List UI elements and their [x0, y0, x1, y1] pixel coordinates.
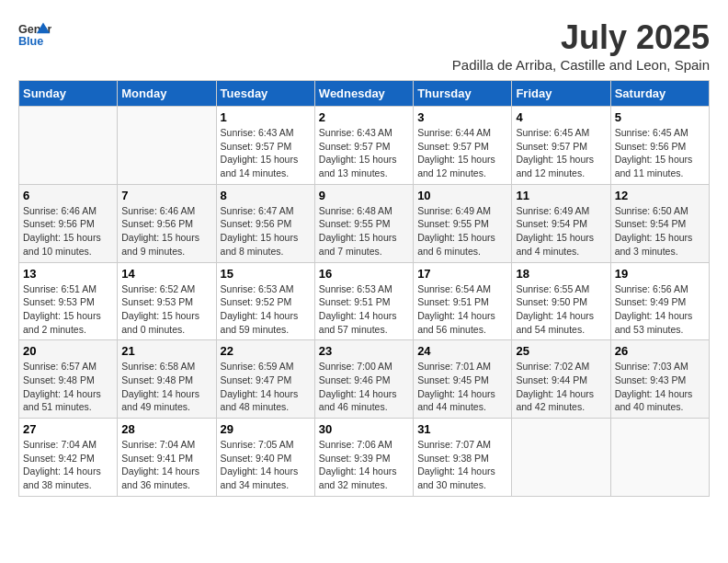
day-number: 16	[319, 267, 409, 281]
calendar-day-cell: 18Sunrise: 6:55 AM Sunset: 9:50 PM Dayli…	[512, 262, 610, 340]
calendar-day-cell: 19Sunrise: 6:56 AM Sunset: 9:49 PM Dayli…	[610, 262, 709, 340]
calendar-day-cell	[512, 419, 610, 497]
day-number: 27	[23, 422, 113, 436]
calendar-day-cell: 6Sunrise: 6:46 AM Sunset: 9:56 PM Daylig…	[19, 184, 118, 262]
calendar-day-cell	[19, 107, 118, 185]
calendar-table: SundayMondayTuesdayWednesdayThursdayFrid…	[18, 80, 710, 497]
calendar-day-cell: 27Sunrise: 7:04 AM Sunset: 9:42 PM Dayli…	[19, 419, 118, 497]
page-header: General Blue July 2025 Padilla de Arriba…	[18, 18, 710, 73]
day-number: 18	[516, 267, 606, 281]
day-info: Sunrise: 6:48 AM Sunset: 9:55 PM Dayligh…	[319, 204, 409, 259]
day-number: 31	[417, 422, 507, 436]
calendar-day-cell: 20Sunrise: 6:57 AM Sunset: 9:48 PM Dayli…	[19, 340, 118, 419]
calendar-day-cell: 9Sunrise: 6:48 AM Sunset: 9:55 PM Daylig…	[314, 184, 413, 262]
title-area: July 2025 Padilla de Arriba, Castille an…	[452, 18, 710, 73]
calendar-day-cell: 15Sunrise: 6:53 AM Sunset: 9:52 PM Dayli…	[216, 262, 314, 340]
day-number: 26	[615, 344, 705, 358]
calendar-day-header: Saturday	[610, 81, 709, 107]
calendar-day-cell: 5Sunrise: 6:45 AM Sunset: 9:56 PM Daylig…	[610, 107, 709, 185]
day-info: Sunrise: 6:45 AM Sunset: 9:56 PM Dayligh…	[615, 126, 705, 180]
day-info: Sunrise: 6:49 AM Sunset: 9:54 PM Dayligh…	[516, 204, 606, 259]
day-number: 25	[516, 344, 606, 358]
calendar-day-cell: 2Sunrise: 6:43 AM Sunset: 9:57 PM Daylig…	[314, 107, 413, 185]
day-info: Sunrise: 6:43 AM Sunset: 9:57 PM Dayligh…	[221, 126, 311, 180]
day-info: Sunrise: 7:02 AM Sunset: 9:44 PM Dayligh…	[516, 360, 606, 414]
calendar-week-row: 13Sunrise: 6:51 AM Sunset: 9:53 PM Dayli…	[19, 262, 710, 340]
calendar-day-cell: 11Sunrise: 6:49 AM Sunset: 9:54 PM Dayli…	[512, 184, 610, 262]
calendar-week-row: 6Sunrise: 6:46 AM Sunset: 9:56 PM Daylig…	[19, 184, 710, 262]
calendar-day-cell: 7Sunrise: 6:46 AM Sunset: 9:56 PM Daylig…	[118, 184, 216, 262]
calendar-day-header: Monday	[118, 81, 216, 107]
day-info: Sunrise: 7:07 AM Sunset: 9:38 PM Dayligh…	[417, 438, 507, 492]
day-number: 3	[417, 110, 507, 124]
day-number: 8	[221, 189, 311, 202]
day-number: 22	[221, 344, 311, 358]
day-info: Sunrise: 7:00 AM Sunset: 9:46 PM Dayligh…	[319, 360, 409, 414]
day-number: 9	[319, 189, 409, 202]
day-info: Sunrise: 6:46 AM Sunset: 9:56 PM Dayligh…	[121, 204, 211, 259]
calendar-day-cell: 31Sunrise: 7:07 AM Sunset: 9:38 PM Dayli…	[414, 419, 512, 497]
day-number: 20	[23, 344, 113, 358]
calendar-day-cell: 12Sunrise: 6:50 AM Sunset: 9:54 PM Dayli…	[610, 184, 709, 262]
calendar-day-header: Sunday	[19, 81, 118, 107]
day-info: Sunrise: 6:47 AM Sunset: 9:56 PM Dayligh…	[221, 204, 311, 259]
day-info: Sunrise: 6:50 AM Sunset: 9:54 PM Dayligh…	[615, 204, 705, 259]
calendar-day-cell: 28Sunrise: 7:04 AM Sunset: 9:41 PM Dayli…	[118, 419, 216, 497]
logo-icon: General Blue	[18, 18, 51, 52]
day-info: Sunrise: 6:45 AM Sunset: 9:57 PM Dayligh…	[516, 126, 606, 180]
calendar-day-cell: 1Sunrise: 6:43 AM Sunset: 9:57 PM Daylig…	[216, 107, 314, 185]
day-info: Sunrise: 7:03 AM Sunset: 9:43 PM Dayligh…	[615, 360, 705, 414]
calendar-day-cell: 4Sunrise: 6:45 AM Sunset: 9:57 PM Daylig…	[512, 107, 610, 185]
calendar-day-cell: 21Sunrise: 6:58 AM Sunset: 9:48 PM Dayli…	[118, 340, 216, 419]
day-number: 1	[221, 110, 311, 124]
calendar-week-row: 27Sunrise: 7:04 AM Sunset: 9:42 PM Dayli…	[19, 419, 710, 497]
day-info: Sunrise: 6:56 AM Sunset: 9:49 PM Dayligh…	[615, 282, 705, 337]
day-info: Sunrise: 6:55 AM Sunset: 9:50 PM Dayligh…	[516, 282, 606, 337]
calendar-day-cell: 3Sunrise: 6:44 AM Sunset: 9:57 PM Daylig…	[414, 107, 512, 185]
calendar-week-row: 1Sunrise: 6:43 AM Sunset: 9:57 PM Daylig…	[19, 107, 710, 185]
calendar-day-cell: 25Sunrise: 7:02 AM Sunset: 9:44 PM Dayli…	[512, 340, 610, 419]
day-number: 7	[121, 189, 211, 202]
calendar-day-cell: 16Sunrise: 6:53 AM Sunset: 9:51 PM Dayli…	[314, 262, 413, 340]
day-info: Sunrise: 6:59 AM Sunset: 9:47 PM Dayligh…	[221, 360, 311, 414]
day-info: Sunrise: 6:51 AM Sunset: 9:53 PM Dayligh…	[23, 282, 113, 337]
calendar-day-cell: 10Sunrise: 6:49 AM Sunset: 9:55 PM Dayli…	[414, 184, 512, 262]
calendar-day-header: Wednesday	[314, 81, 413, 107]
calendar-day-header: Thursday	[414, 81, 512, 107]
calendar-day-cell: 29Sunrise: 7:05 AM Sunset: 9:40 PM Dayli…	[216, 419, 314, 497]
day-info: Sunrise: 6:46 AM Sunset: 9:56 PM Dayligh…	[23, 204, 113, 259]
day-number: 13	[23, 267, 113, 281]
calendar-day-cell	[118, 107, 216, 185]
calendar-day-cell: 26Sunrise: 7:03 AM Sunset: 9:43 PM Dayli…	[610, 340, 709, 419]
day-number: 30	[319, 422, 409, 436]
day-number: 24	[417, 344, 507, 358]
calendar-day-cell: 22Sunrise: 6:59 AM Sunset: 9:47 PM Dayli…	[216, 340, 314, 419]
day-number: 15	[221, 267, 311, 281]
day-info: Sunrise: 6:49 AM Sunset: 9:55 PM Dayligh…	[417, 204, 507, 259]
day-info: Sunrise: 6:53 AM Sunset: 9:52 PM Dayligh…	[221, 282, 311, 337]
day-info: Sunrise: 7:04 AM Sunset: 9:41 PM Dayligh…	[121, 438, 211, 492]
location-subtitle: Padilla de Arriba, Castille and Leon, Sp…	[452, 57, 710, 73]
day-info: Sunrise: 7:04 AM Sunset: 9:42 PM Dayligh…	[23, 438, 113, 492]
day-number: 5	[615, 110, 705, 124]
day-info: Sunrise: 6:52 AM Sunset: 9:53 PM Dayligh…	[121, 282, 211, 337]
calendar-day-cell: 24Sunrise: 7:01 AM Sunset: 9:45 PM Dayli…	[414, 340, 512, 419]
day-number: 14	[121, 267, 211, 281]
day-number: 11	[516, 189, 606, 202]
month-title: July 2025	[452, 18, 710, 57]
day-info: Sunrise: 6:53 AM Sunset: 9:51 PM Dayligh…	[319, 282, 409, 337]
calendar-day-cell	[610, 419, 709, 497]
calendar-day-cell: 30Sunrise: 7:06 AM Sunset: 9:39 PM Dayli…	[314, 419, 413, 497]
day-info: Sunrise: 6:43 AM Sunset: 9:57 PM Dayligh…	[319, 126, 409, 180]
day-number: 29	[221, 422, 311, 436]
calendar-day-cell: 23Sunrise: 7:00 AM Sunset: 9:46 PM Dayli…	[314, 340, 413, 419]
day-info: Sunrise: 7:01 AM Sunset: 9:45 PM Dayligh…	[417, 360, 507, 414]
calendar-header-row: SundayMondayTuesdayWednesdayThursdayFrid…	[19, 81, 710, 107]
day-number: 4	[516, 110, 606, 124]
day-info: Sunrise: 6:54 AM Sunset: 9:51 PM Dayligh…	[417, 282, 507, 337]
day-info: Sunrise: 6:57 AM Sunset: 9:48 PM Dayligh…	[23, 360, 113, 414]
logo: General Blue	[18, 18, 51, 52]
day-info: Sunrise: 6:44 AM Sunset: 9:57 PM Dayligh…	[417, 126, 507, 180]
svg-text:Blue: Blue	[18, 35, 43, 48]
day-number: 23	[319, 344, 409, 358]
